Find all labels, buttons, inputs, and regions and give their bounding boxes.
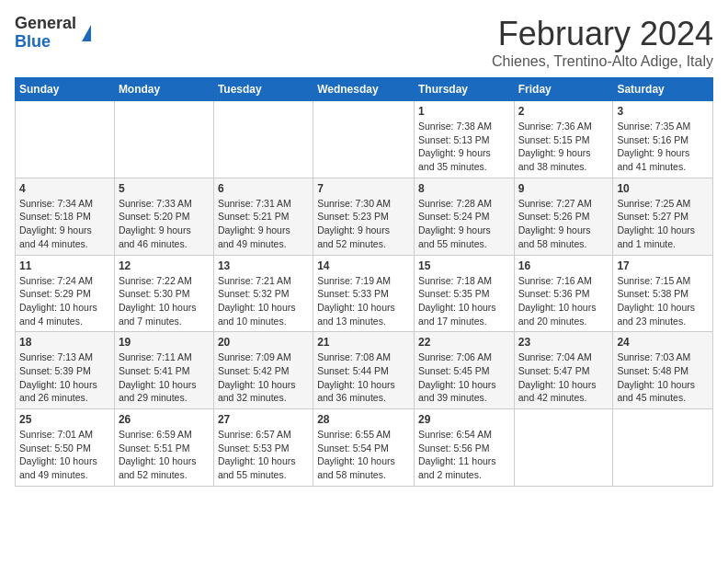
logo-triangle-icon: [82, 25, 91, 41]
day-info: Sunrise: 6:54 AM Sunset: 5:56 PM Dayligh…: [418, 428, 510, 482]
calendar-cell: [213, 101, 313, 178]
day-number: 15: [418, 259, 510, 272]
day-number: 18: [19, 336, 110, 349]
day-number: 20: [218, 336, 309, 349]
day-info: Sunrise: 7:24 AM Sunset: 5:29 PM Dayligh…: [19, 274, 110, 328]
calendar-cell: [613, 409, 713, 487]
day-info: Sunrise: 6:57 AM Sunset: 5:53 PM Dayligh…: [218, 428, 309, 482]
day-number: 12: [119, 259, 210, 272]
day-number: 4: [19, 182, 110, 195]
day-number: 22: [418, 336, 510, 349]
calendar-cell: 26Sunrise: 6:59 AM Sunset: 5:51 PM Dayli…: [114, 409, 213, 487]
day-number: 21: [317, 336, 410, 349]
logo-blue: Blue: [15, 32, 51, 51]
calendar-cell: 24Sunrise: 7:03 AM Sunset: 5:48 PM Dayli…: [613, 332, 713, 409]
logo-general: General: [15, 14, 76, 32]
day-info: Sunrise: 7:01 AM Sunset: 5:50 PM Dayligh…: [19, 428, 110, 482]
day-number: 24: [617, 336, 709, 349]
weekday-header-thursday: Thursday: [414, 78, 514, 101]
day-number: 8: [418, 182, 510, 195]
day-info: Sunrise: 7:33 AM Sunset: 5:20 PM Dayligh…: [119, 197, 210, 251]
calendar-week-row: 25Sunrise: 7:01 AM Sunset: 5:50 PM Dayli…: [16, 409, 713, 487]
calendar-header: SundayMondayTuesdayWednesdayThursdayFrid…: [16, 78, 713, 101]
day-number: 28: [317, 413, 410, 426]
day-info: Sunrise: 7:04 AM Sunset: 5:47 PM Dayligh…: [518, 350, 609, 405]
day-number: 10: [617, 182, 709, 195]
day-info: Sunrise: 7:08 AM Sunset: 5:44 PM Dayligh…: [317, 350, 410, 405]
calendar-cell: 3Sunrise: 7:35 AM Sunset: 5:16 PM Daylig…: [613, 101, 713, 178]
day-number: 16: [518, 259, 609, 272]
weekday-header-friday: Friday: [514, 78, 613, 101]
calendar-cell: 19Sunrise: 7:11 AM Sunset: 5:41 PM Dayli…: [114, 332, 213, 409]
calendar-cell: 12Sunrise: 7:22 AM Sunset: 5:30 PM Dayli…: [114, 255, 213, 332]
day-info: Sunrise: 7:13 AM Sunset: 5:39 PM Dayligh…: [19, 350, 110, 405]
day-info: Sunrise: 7:09 AM Sunset: 5:42 PM Dayligh…: [218, 350, 309, 405]
calendar-cell: 17Sunrise: 7:15 AM Sunset: 5:38 PM Dayli…: [613, 255, 713, 332]
title-block: February 2024 Chienes, Trentino-Alto Adi…: [492, 15, 713, 70]
calendar-cell: 23Sunrise: 7:04 AM Sunset: 5:47 PM Dayli…: [514, 332, 613, 409]
day-number: 27: [218, 413, 309, 426]
calendar-cell: 7Sunrise: 7:30 AM Sunset: 5:23 PM Daylig…: [313, 178, 415, 255]
weekday-header-tuesday: Tuesday: [213, 78, 313, 101]
day-number: 19: [119, 336, 210, 349]
day-info: Sunrise: 7:03 AM Sunset: 5:48 PM Dayligh…: [617, 350, 709, 405]
calendar-week-row: 1Sunrise: 7:38 AM Sunset: 5:13 PM Daylig…: [16, 101, 713, 178]
calendar-week-row: 11Sunrise: 7:24 AM Sunset: 5:29 PM Dayli…: [16, 255, 713, 332]
calendar-cell: 22Sunrise: 7:06 AM Sunset: 5:45 PM Dayli…: [414, 332, 514, 409]
weekday-header-monday: Monday: [114, 78, 213, 101]
day-info: Sunrise: 7:22 AM Sunset: 5:30 PM Dayligh…: [119, 274, 210, 328]
calendar-cell: 25Sunrise: 7:01 AM Sunset: 5:50 PM Dayli…: [16, 409, 115, 487]
day-info: Sunrise: 7:27 AM Sunset: 5:26 PM Dayligh…: [518, 197, 609, 251]
month-title: February 2024: [492, 15, 713, 53]
weekday-header-sunday: Sunday: [16, 78, 115, 101]
day-number: 25: [19, 413, 110, 426]
calendar-cell: 6Sunrise: 7:31 AM Sunset: 5:21 PM Daylig…: [213, 178, 313, 255]
calendar-cell: 18Sunrise: 7:13 AM Sunset: 5:39 PM Dayli…: [16, 332, 115, 409]
day-info: Sunrise: 7:16 AM Sunset: 5:36 PM Dayligh…: [518, 274, 609, 328]
calendar-body: 1Sunrise: 7:38 AM Sunset: 5:13 PM Daylig…: [16, 101, 713, 487]
day-info: Sunrise: 7:30 AM Sunset: 5:23 PM Dayligh…: [317, 197, 410, 251]
weekday-header-wednesday: Wednesday: [313, 78, 415, 101]
calendar-cell: 14Sunrise: 7:19 AM Sunset: 5:33 PM Dayli…: [313, 255, 415, 332]
logo-text-block: General Blue: [15, 15, 76, 52]
day-info: Sunrise: 6:55 AM Sunset: 5:54 PM Dayligh…: [317, 428, 410, 482]
calendar-week-row: 18Sunrise: 7:13 AM Sunset: 5:39 PM Dayli…: [16, 332, 713, 409]
day-info: Sunrise: 7:38 AM Sunset: 5:13 PM Dayligh…: [418, 120, 510, 174]
calendar-week-row: 4Sunrise: 7:34 AM Sunset: 5:18 PM Daylig…: [16, 178, 713, 255]
day-number: 13: [218, 259, 309, 272]
calendar-cell: [16, 101, 115, 178]
page-header: General Blue February 2024 Chienes, Tren…: [15, 15, 713, 70]
weekday-header-row: SundayMondayTuesdayWednesdayThursdayFrid…: [16, 78, 713, 101]
day-number: 23: [518, 336, 609, 349]
calendar-cell: [114, 101, 213, 178]
calendar-table: SundayMondayTuesdayWednesdayThursdayFrid…: [15, 77, 713, 487]
calendar-cell: [313, 101, 415, 178]
calendar-cell: 27Sunrise: 6:57 AM Sunset: 5:53 PM Dayli…: [213, 409, 313, 487]
day-number: 7: [317, 182, 410, 195]
day-number: 5: [119, 182, 210, 195]
calendar-cell: 8Sunrise: 7:28 AM Sunset: 5:24 PM Daylig…: [414, 178, 514, 255]
day-number: 11: [19, 259, 110, 272]
calendar-cell: 10Sunrise: 7:25 AM Sunset: 5:27 PM Dayli…: [613, 178, 713, 255]
day-info: Sunrise: 7:25 AM Sunset: 5:27 PM Dayligh…: [617, 197, 709, 251]
day-number: 9: [518, 182, 609, 195]
day-info: Sunrise: 7:11 AM Sunset: 5:41 PM Dayligh…: [119, 350, 210, 405]
calendar-cell: 5Sunrise: 7:33 AM Sunset: 5:20 PM Daylig…: [114, 178, 213, 255]
day-info: Sunrise: 7:15 AM Sunset: 5:38 PM Dayligh…: [617, 274, 709, 328]
calendar-cell: 29Sunrise: 6:54 AM Sunset: 5:56 PM Dayli…: [414, 409, 514, 487]
day-number: 17: [617, 259, 709, 272]
calendar-cell: 4Sunrise: 7:34 AM Sunset: 5:18 PM Daylig…: [16, 178, 115, 255]
calendar-cell: 13Sunrise: 7:21 AM Sunset: 5:32 PM Dayli…: [213, 255, 313, 332]
calendar-cell: 21Sunrise: 7:08 AM Sunset: 5:44 PM Dayli…: [313, 332, 415, 409]
day-number: 14: [317, 259, 410, 272]
day-number: 29: [418, 413, 510, 426]
day-number: 26: [119, 413, 210, 426]
day-info: Sunrise: 7:21 AM Sunset: 5:32 PM Dayligh…: [218, 274, 309, 328]
day-number: 3: [617, 105, 709, 118]
calendar-cell: 11Sunrise: 7:24 AM Sunset: 5:29 PM Dayli…: [16, 255, 115, 332]
day-number: 6: [218, 182, 309, 195]
day-info: Sunrise: 7:36 AM Sunset: 5:15 PM Dayligh…: [518, 120, 609, 174]
logo: General Blue: [15, 15, 91, 52]
calendar-cell: 28Sunrise: 6:55 AM Sunset: 5:54 PM Dayli…: [313, 409, 415, 487]
day-info: Sunrise: 7:28 AM Sunset: 5:24 PM Dayligh…: [418, 197, 510, 251]
